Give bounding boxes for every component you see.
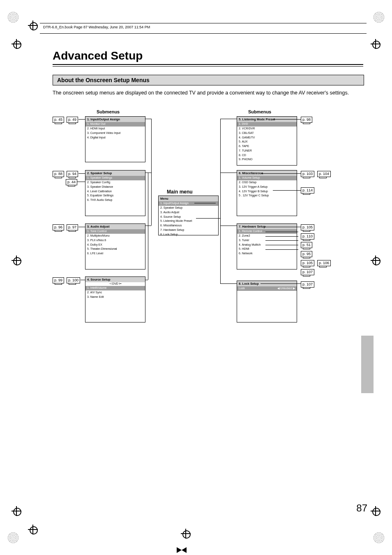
page-ref[interactable]: p. 96 <box>53 224 64 230</box>
connector <box>265 240 298 241</box>
panel-item: Lock ◀ Unlocked ▶ <box>237 286 297 291</box>
panel-title: 1. Input/Output Assign <box>85 117 145 122</box>
connector <box>78 227 85 227</box>
panel-item: 8. CD <box>237 153 297 158</box>
page-ref[interactable]: p. 106 <box>317 260 331 266</box>
connector <box>220 119 237 119</box>
registration-mark <box>12 39 21 49</box>
panel-item: 4. Digital Input <box>85 136 145 140</box>
page-ref[interactable]: p. 104 <box>317 171 331 177</box>
panel-item: 1. DVD <box>237 122 297 127</box>
panel-io-assign: 1. Input/Output Assign 1. Monitor Out 2.… <box>85 116 145 162</box>
panel-item: 3. Speaker Distance <box>85 185 145 189</box>
page-ref[interactable]: p. 105 <box>301 224 314 230</box>
panel-subtitle-text: DVD <box>112 282 118 285</box>
triangle-pair-icon <box>177 547 187 554</box>
page-ref[interactable]: p. 107 <box>301 281 314 288</box>
connector <box>77 182 85 182</box>
panel-audio-adjust: 3. Audio Adjust 1. Tone Control 2. Multi… <box>85 223 145 269</box>
panel-item: 4. GAME/TV <box>237 136 297 140</box>
connector <box>265 245 298 245</box>
connector <box>265 232 298 232</box>
panel-title: 4. Source Setup <box>85 277 145 282</box>
panel-item: 3. Name Edit <box>85 295 145 299</box>
page-ref[interactable]: p. 110 <box>301 233 314 240</box>
panel-lock-setup: 8. Lock Setup Lock ◀ Unlocked ▶ <box>237 281 297 322</box>
registration-mark <box>28 525 38 534</box>
page-ref[interactable]: p. 99 <box>53 277 64 283</box>
connector <box>148 173 148 280</box>
panel-item: 6. TAPE <box>237 144 297 149</box>
connector <box>273 119 301 120</box>
connector <box>151 119 152 226</box>
panel-item: 2. A/V Sync <box>85 290 145 295</box>
page-ref[interactable]: p. 94 <box>67 171 78 177</box>
connector <box>264 227 301 227</box>
main-menu-label: Main menu <box>167 189 193 195</box>
panel-title: Menu <box>159 196 218 201</box>
crop-ornament <box>373 12 385 23</box>
page-ref[interactable]: p. 100 <box>67 277 80 283</box>
page-title: Advanced Setup <box>53 49 143 62</box>
connector <box>261 283 301 284</box>
panel-item: 1. Tone Control <box>85 229 145 234</box>
panel-item: 6. LFE Level <box>85 251 145 256</box>
crop-ornament <box>7 12 19 23</box>
registration-mark <box>371 256 380 265</box>
connector <box>220 173 237 173</box>
panel-item: 5. AUX <box>237 140 297 144</box>
panel-item: 3. CBL/SAT <box>237 131 297 136</box>
panel-misc: 6. Miscellaneous 1. Volume Setup 2. OSD … <box>237 170 297 216</box>
panel-item: 2. Speaker Config <box>85 180 145 185</box>
connector <box>265 236 298 237</box>
registration-mark <box>181 529 191 539</box>
panel-hardware-setup: 7. Hardware Setup 1. Remote Control 2. Z… <box>237 223 297 269</box>
page-ref[interactable]: p. 45 <box>53 117 64 123</box>
lock-value: ◀ Unlocked ▶ <box>277 287 295 290</box>
page-number: 87 <box>356 502 367 514</box>
title-rule <box>53 64 363 65</box>
panel-speaker-setup: 2. Speaker Setup 1. Speaker Settings 2. … <box>85 170 145 216</box>
panel-subtitle: ⊣ DVD ⊢ <box>85 282 145 286</box>
connector <box>196 218 221 219</box>
page-ref[interactable]: p. 88 <box>53 171 64 177</box>
main-menu-item: 1. Input/Output Assign <box>159 201 218 206</box>
page-ref[interactable]: p. 103 <box>301 171 314 177</box>
panel-title-text: 4. Source Setup <box>87 278 111 281</box>
panel-item: 3. Component Video Input <box>85 131 145 136</box>
main-menu-item: 8. Lock Setup <box>159 233 218 237</box>
page-ref[interactable]: p. 114 <box>301 187 314 193</box>
connector <box>78 119 85 120</box>
connector <box>261 173 301 174</box>
main-menu-item: 2. Speaker Setup <box>159 206 218 210</box>
page-ref[interactable]: p. 44 <box>66 179 77 185</box>
panel-item: 2. HDMI Input <box>85 127 145 131</box>
panel-item: 1. Monitor Out <box>85 122 145 127</box>
panel-item: 1. IntelliVolume <box>85 286 145 290</box>
panel-item: 2. VCR/DVR <box>237 127 297 131</box>
panel-item: 4. Level Calibration <box>85 189 145 194</box>
page-ref[interactable]: p. 105 <box>301 260 314 266</box>
panel-item: 1. Speaker Settings <box>85 176 145 180</box>
panel-item: 6. THX Audio Setup <box>85 198 145 203</box>
panel-title: 2. Speaker Setup <box>85 170 145 176</box>
header-text: DTR-6.8_En.book Page 87 Wednesday, June … <box>43 25 150 29</box>
page-ref[interactable]: p. 97 <box>67 224 78 230</box>
page-ref[interactable]: p. 49 <box>67 117 78 123</box>
page-ref[interactable]: p. 51 <box>301 242 312 248</box>
panel-item: 5 . 12V Trigger C Setup <box>237 193 297 198</box>
registration-mark <box>12 256 21 265</box>
connector <box>273 190 301 191</box>
registration-mark <box>371 506 380 516</box>
panel-item: 2. OSD Setup <box>237 180 297 185</box>
main-menu-item: 7. Hardware Setup <box>159 228 218 233</box>
page-ref[interactable]: p. 98 <box>301 117 312 123</box>
page-ref[interactable]: p. 95 <box>301 251 312 257</box>
connector <box>265 249 298 250</box>
connector <box>220 226 237 226</box>
page-ref[interactable]: p. 107 <box>301 269 314 275</box>
panel-main-menu: Menu 1. Input/Output Assign 2. Speaker S… <box>158 196 219 235</box>
section-heading-bar: About the Onscreen Setup Menus <box>53 75 364 85</box>
panel-item: 6. Network <box>237 251 297 256</box>
side-tab <box>361 336 374 393</box>
